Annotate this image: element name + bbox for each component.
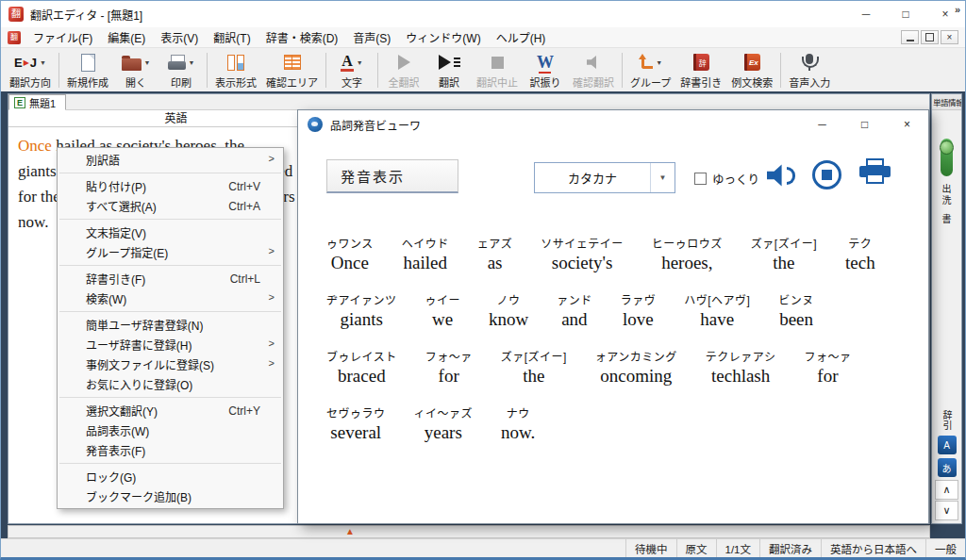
- dialog-close-button[interactable]: ×: [886, 110, 928, 139]
- kana-reading: フォ〜ァ: [425, 351, 473, 364]
- speed-slider[interactable]: [941, 139, 953, 176]
- menu-item[interactable]: ヘルプ(H): [489, 27, 554, 47]
- context-menu-item[interactable]: 別訳語>: [58, 150, 283, 170]
- context-menu-item[interactable]: 文末指定(V): [58, 222, 283, 242]
- menu-item[interactable]: ファイル(F): [25, 27, 100, 47]
- context-menu-item[interactable]: お気に入りに登録(O): [58, 374, 283, 394]
- status-cell: 英語から日本語へ: [821, 539, 925, 557]
- dict-lookup-icon: 辞: [693, 52, 709, 73]
- dropdown-arrow-icon: ▼: [40, 59, 46, 66]
- stop-audio-button[interactable]: [812, 160, 841, 189]
- dictionary-icon[interactable]: A: [938, 436, 957, 454]
- kana-reading: ェアズ: [477, 238, 513, 251]
- english-word: and: [561, 307, 587, 332]
- toolbar-button-dict-lookup[interactable]: 辞辞書引き: [675, 49, 726, 91]
- context-menu-item[interactable]: すべて選択(A)Ctrl+A: [58, 196, 283, 216]
- toolbar-overflow-icon[interactable]: »: [955, 4, 960, 15]
- speaker-icon: [767, 164, 786, 187]
- context-menu-item[interactable]: 品詞表示(W): [58, 420, 283, 440]
- toolbar-button-printer[interactable]: ▼印刷: [158, 49, 204, 91]
- minimize-button[interactable]: ─: [846, 1, 886, 27]
- word-info-panel: 単語情報 出洗書 辞引 Aあ ∧ ∨: [931, 93, 962, 524]
- chevron-down-icon[interactable]: ▼: [650, 163, 675, 192]
- context-menu-item[interactable]: 事例文ファイルに登録(S)>: [58, 354, 283, 374]
- menu-item[interactable]: ウィンドウ(W): [398, 27, 488, 47]
- open-folder-icon: ▼: [122, 52, 151, 73]
- kana-reading: ァンド: [557, 294, 592, 307]
- toolbar-button-ruby[interactable]: W訳振り: [523, 49, 568, 91]
- side-label[interactable]: 書: [942, 214, 952, 225]
- document-tab-row: E 無題1: [8, 94, 929, 110]
- scroll-up-button[interactable]: ∧: [935, 480, 958, 500]
- toolbar-button-example-search[interactable]: Ex例文検索: [726, 49, 777, 91]
- menu-item[interactable]: 翻訳(T): [206, 27, 258, 47]
- tab-untitled1[interactable]: E 無題1: [8, 94, 66, 110]
- dropdown-arrow-icon: ▼: [656, 59, 662, 66]
- kana-style-select[interactable]: カタカナ ▼: [534, 162, 675, 193]
- menu-item[interactable]: 編集(E): [100, 27, 153, 47]
- kana-reading: ズァ[ズイー]: [751, 238, 817, 251]
- toolbar-button-open-folder[interactable]: ▼開く: [113, 49, 158, 91]
- context-menu-item[interactable]: 貼り付け(P)Ctrl+V: [58, 176, 283, 196]
- context-menu-item[interactable]: ブックマーク追加(B): [58, 486, 283, 506]
- menu-item[interactable]: 辞書・検索(D): [258, 27, 346, 47]
- toolbar-button-direction-ej[interactable]: E▶J▼翻訳方向: [5, 49, 56, 91]
- scroll-down-button[interactable]: ∨: [935, 501, 958, 520]
- toolbar-button-label: 開く: [125, 74, 146, 90]
- dictionary-icon[interactable]: あ: [938, 458, 957, 477]
- mdi-restore-button[interactable]: [921, 30, 939, 44]
- menu-item[interactable]: 表示(V): [153, 27, 206, 47]
- toolbar-button-font[interactable]: A▼文字: [329, 49, 375, 91]
- context-menu-item[interactable]: グループ指定(E)>: [58, 242, 283, 262]
- status-cell: 1/1文: [716, 539, 760, 557]
- kana-reading: テクレァアシ: [706, 351, 776, 364]
- menu-separator: [59, 397, 281, 398]
- ruby-word: ラァヴlove: [621, 294, 657, 332]
- context-menu-item[interactable]: ロック(G): [58, 467, 283, 486]
- dialog-minimize-button[interactable]: ─: [801, 110, 843, 139]
- toolbar-button-translate[interactable]: 翻訳: [426, 49, 472, 91]
- horizontal-scrollbar[interactable]: ▲: [8, 525, 930, 538]
- side-label[interactable]: 出: [942, 184, 952, 195]
- source-column-header: 英語: [8, 110, 344, 127]
- submenu-arrow-icon: >: [269, 338, 275, 349]
- menu-separator: [59, 219, 281, 220]
- kana-reading: ズァ[ズイー]: [501, 351, 567, 364]
- toolbar-button-voice-input[interactable]: 音声入力: [784, 49, 835, 91]
- print-button[interactable]: [859, 158, 891, 190]
- mdi-close-button[interactable]: ×: [941, 30, 958, 44]
- document-icon: 翻: [8, 31, 21, 44]
- dict-lookup-tab[interactable]: 辞引: [940, 410, 954, 431]
- menu-item[interactable]: 音声(S): [345, 27, 398, 47]
- toolbar-button-label: 印刷: [171, 74, 192, 90]
- checkbox-icon: [694, 173, 707, 185]
- english-word: for: [439, 364, 459, 388]
- toolbar-button-label: グループ: [630, 74, 671, 90]
- context-menu-item[interactable]: 発音表示(F): [58, 440, 283, 460]
- kana-reading: ビンヌ: [778, 294, 814, 307]
- context-menu-item[interactable]: 辞書引き(F)Ctrl+L: [58, 269, 283, 288]
- status-cell: 一般: [925, 539, 965, 557]
- maximize-button[interactable]: □: [886, 1, 925, 27]
- ruby-word: ヒーゥロウズheroes,: [652, 238, 723, 275]
- context-menu-item[interactable]: 選択文翻訳(Y)Ctrl+Y: [58, 401, 283, 420]
- menu-item-label: 別訳語: [86, 152, 120, 168]
- side-label[interactable]: 洗: [942, 195, 952, 206]
- play-audio-button[interactable]: [765, 159, 799, 191]
- dialog-maximize-button[interactable]: □: [843, 110, 886, 139]
- confirm-area-icon: [284, 52, 301, 73]
- group-icon: ▼: [639, 52, 662, 73]
- toolbar-button-view-format[interactable]: 表示形式: [210, 49, 261, 91]
- toolbar-button-confirm-area[interactable]: 確認エリア: [261, 49, 323, 91]
- toolbar-button-label: 例文検索: [731, 74, 773, 90]
- toolbar-button-group[interactable]: ▼グループ: [625, 49, 675, 91]
- menu-item-label: ユーザ辞書に登録(H): [86, 337, 192, 353]
- context-menu-item[interactable]: ユーザ辞書に登録(H)>: [58, 335, 283, 354]
- slow-checkbox[interactable]: ゆっくり: [694, 170, 759, 188]
- mdi-minimize-button[interactable]: [901, 30, 919, 44]
- context-menu-item[interactable]: 簡単ユーザ辞書登録(N): [58, 315, 283, 335]
- context-menu-item[interactable]: 検索(W)>: [58, 288, 283, 308]
- toolbar-separator: [377, 53, 378, 88]
- toolbar-button-new-document[interactable]: 新規作成: [62, 49, 113, 91]
- context-menu: 別訳語>貼り付け(P)Ctrl+Vすべて選択(A)Ctrl+A文末指定(V)グル…: [57, 147, 284, 509]
